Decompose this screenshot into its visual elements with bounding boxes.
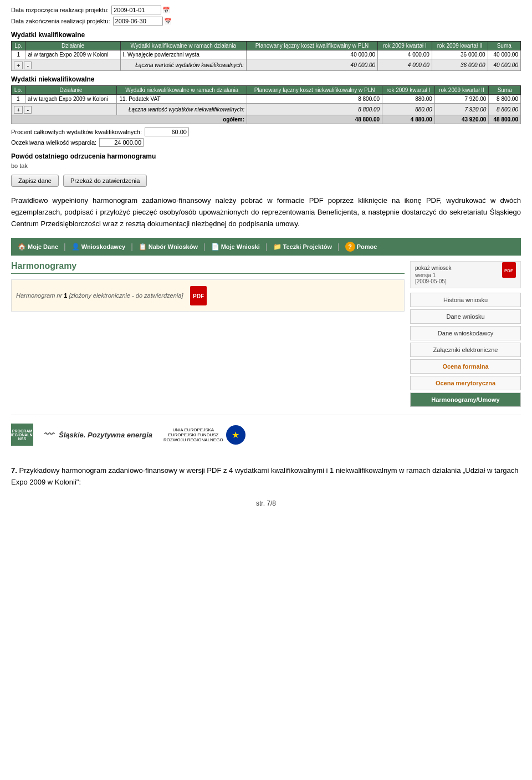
nav-wnioskodawcy[interactable]: 👤 Wnioskodawcy [68, 241, 129, 252]
teczki-icon: 📁 [273, 243, 282, 251]
col-dzialanie: Działanie [25, 42, 120, 50]
nkol-planowany: Planowany łączny koszt niekwalifikowalny… [247, 86, 382, 95]
kwal-sum-label: Łączna wartość wydatków kwalifikowalnych… [120, 59, 246, 71]
nkwal-total-row: ogółem: 48 800.00 4 880.00 43 920.00 48 … [12, 115, 521, 124]
nav-teczki[interactable]: 📁 Teczki Projektów [270, 241, 335, 252]
bottom-item-number: 7. [11, 466, 17, 475]
sidebar-historia-btn[interactable]: Historia wniosku [410, 293, 521, 307]
ogolom-label: ogółem: [12, 115, 247, 124]
nkwal-remove-btn[interactable]: - [24, 106, 32, 114]
eu-text: UNIA EUROPEJSKA EUROPEJSKI FUNDUSZ ROZWO… [163, 427, 223, 442]
nkwal-wydatki-1: 11. Podatek VAT [117, 95, 247, 104]
percent-input[interactable] [145, 128, 189, 136]
support-row: Oczekiwana wielkość wsparcia: [11, 138, 521, 147]
nkol-wydatki: Wydatki niekwalifikowalne w ramach dział… [117, 86, 247, 95]
page-container: Data rozpoczęcia realizacji projektu: 📅 … [0, 0, 532, 513]
col-planowany-kwal: Planowany łączny koszt kwalifikowalny w … [246, 42, 377, 50]
pomoc-icon: ? [345, 242, 355, 252]
kwalifikowalne-table: Lp. Działanie Wydatki kwalifikowalne w r… [11, 41, 521, 71]
form-section: Data rozpoczęcia realizacji projektu: 📅 … [11, 6, 521, 26]
harmonogram-item-text: Harmonogram nr 1 [złożony elektronicznie… [16, 292, 183, 299]
nav-sep-2: | [131, 242, 133, 251]
sidebar-ocena-formalna-btn[interactable]: Ocena formalna [410, 359, 521, 374]
end-date-input[interactable] [113, 17, 163, 26]
page-number: str. 7/8 [11, 499, 521, 507]
sidebar-ocena-merytoryczna-btn[interactable]: Ocena merytoryczna [410, 376, 521, 390]
nkwal-sum-kw2: 7 920.00 [434, 104, 489, 115]
program-regionalny-logo: PROGRAMREGIONALNYNSS [11, 424, 33, 446]
sidebar-zalaczniki-btn[interactable]: Załączniki elektroniczne [410, 343, 521, 357]
action-buttons: Zapisz dane Przekaż do zatwierdzenia [11, 175, 521, 187]
start-date-input[interactable] [111, 6, 161, 14]
harmonogram-item-1: Harmonogram nr 1 [złożony elektronicznie… [11, 279, 405, 312]
wnioskodawcy-icon: 👤 [71, 243, 80, 251]
end-date-row: Data zakończenia realizacji projektu: 📅 [11, 17, 521, 26]
harmonogramy-panel-title: Harmonogramy [11, 261, 405, 274]
kwal-sum-kw2: 36 000.00 [432, 59, 488, 71]
harmonogram-status: [złożony elektronicznie - do zatwierdzen… [69, 292, 183, 299]
nkwal-add-remove: + - [12, 104, 117, 115]
sidebar-dane-wnioskodawcy-btn[interactable]: Dane wnioskodawcy [410, 326, 521, 340]
program-regionalny-box: PROGRAMREGIONALNYNSS [11, 424, 33, 446]
nav-moje-dane[interactable]: 🏠 Moje Dane [14, 241, 62, 252]
nkwal-add-btn[interactable]: + [14, 106, 23, 114]
kwal-lp-1: 1 [12, 50, 25, 59]
kwal-sum-kw1: 4 000.00 [378, 59, 432, 71]
nkol-dzialanie: Działanie [25, 86, 117, 95]
moje-dane-icon: 🏠 [18, 243, 26, 251]
eu-logo: UNIA EUROPEJSKA EUROPEJSKI FUNDUSZ ROZWO… [163, 425, 245, 445]
kwal-add-btn[interactable]: + [14, 62, 23, 69]
eu-line1: UNIA EUROPEJSKA [163, 427, 223, 432]
kwal-sum-suma: 40 000.00 [488, 59, 520, 71]
main-content-area: Harmonogramy Harmonogram nr 1 [złożony e… [11, 261, 521, 409]
sidebar-harmonogramy-umowy-btn[interactable]: Harmonogramy/Umowy [410, 392, 521, 407]
start-date-label: Data rozpoczęcia realizacji projektu: [11, 7, 109, 13]
kwalifikowalne-title: Wydatki kwalifikowalne [11, 31, 521, 39]
footer-logos: PROGRAMREGIONALNYNSS 〰 Śląskie. Pozytywn… [11, 415, 521, 454]
reason-title: Powód ostatniego odrzucenia harmonogramu [11, 152, 521, 160]
nkwal-lp-1: 1 [12, 95, 25, 104]
save-button[interactable]: Zapisz dane [11, 175, 59, 187]
forward-button[interactable]: Przekaż do zatwierdzenia [63, 175, 147, 187]
left-panel: Harmonogramy Harmonogram nr 1 [złożony e… [11, 261, 405, 409]
bottom-item-text: Przykładowy harmonogram zadaniowo-finans… [11, 466, 518, 486]
col-rok2009-kw1: rok 2009 kwartał I [378, 42, 432, 50]
nav-pomoc-label: Pomoc [357, 243, 377, 250]
sidebar-pdf-icon[interactable]: PDF [502, 262, 516, 278]
nkwal-sum-planowany: 8 800.00 [247, 104, 382, 115]
nav-pomoc[interactable]: ? Pomoc [342, 240, 381, 253]
kwal-row-1: 1 ał w targach Expo 2009 w Koloni I. Wyn… [12, 50, 521, 59]
show-wniosek-title: pokaż wniosek [415, 265, 516, 271]
end-date-calendar-icon[interactable]: 📅 [164, 18, 172, 25]
sidebar-dane-wniosku-btn[interactable]: Dane wniosku [410, 309, 521, 324]
logo-text: PROGRAMREGIONALNYNSS [9, 429, 35, 441]
kwal-remove-btn[interactable]: - [24, 62, 32, 69]
nkwal-sum-suma: 8 800.00 [489, 104, 521, 115]
nkol-suma: Suma [489, 86, 521, 95]
kwal-planowany-1: 40 000.00 [246, 50, 377, 59]
support-label: Oczekiwana wielkość wsparcia: [11, 139, 96, 146]
pdf-icon-harmonogram[interactable]: PDF [188, 284, 208, 307]
svg-text:PDF: PDF [193, 293, 204, 299]
ogolom-kw1: 4 880.00 [382, 115, 435, 124]
end-date-label: Data zakończenia realizacji projektu: [11, 18, 110, 24]
support-input[interactable] [99, 138, 144, 147]
kwal-sum-row: + - Łączna wartość wydatków kwalifikowal… [12, 59, 521, 71]
start-date-calendar-icon[interactable]: 📅 [162, 7, 170, 14]
nabor-icon: 📋 [139, 243, 147, 251]
percent-row: Procent całkowitych wydatków kwalifikowa… [11, 128, 521, 136]
kwal-kw2-1: 36 000.00 [432, 50, 488, 59]
start-date-row: Data rozpoczęcia realizacji projektu: 📅 [11, 6, 521, 14]
nav-moje-wnioski[interactable]: 📄 Moje Wnioski [208, 241, 263, 252]
eu-line2: EUROPEJSKI FUNDUSZ [163, 432, 223, 437]
nav-teczki-label: Teczki Projektów [283, 243, 332, 250]
nkwal-sum-kw1: 880.00 [382, 104, 435, 115]
harmonogram-number: 1 [64, 292, 67, 299]
show-wniosek-version: wersja 1 [415, 272, 516, 278]
nav-nabor[interactable]: 📋 Nabór Wniosków [135, 241, 201, 252]
kwal-wydatki-1: I. Wynajęcie powierzchni wysta [120, 50, 246, 59]
col-suma: Suma [488, 42, 520, 50]
navbar: 🏠 Moje Dane | 👤 Wnioskodawcy | 📋 Nabór W… [11, 238, 521, 256]
nav-wnioskodawcy-label: Wnioskodawcy [81, 243, 125, 250]
nkwal-suma-1: 8 800.00 [489, 95, 521, 104]
